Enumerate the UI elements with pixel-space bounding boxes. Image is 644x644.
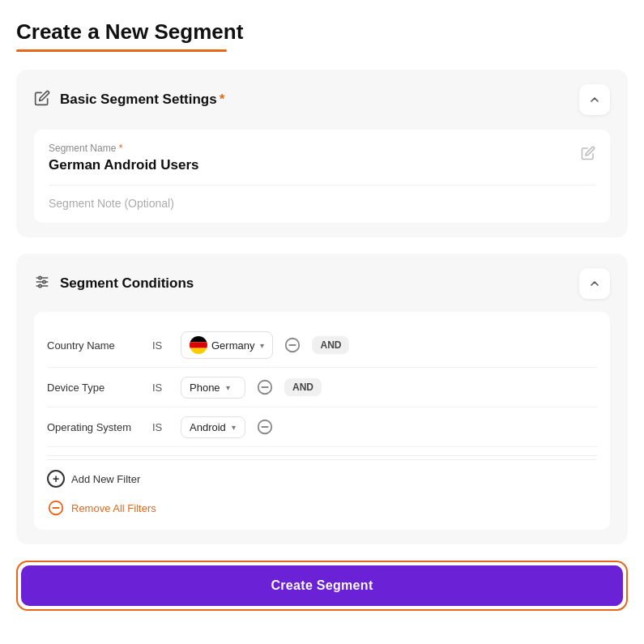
remove-filter-device-btn[interactable]: [254, 376, 276, 399]
germany-flag-icon: [190, 336, 207, 354]
filter-dropdown-country[interactable]: Germany ▾: [181, 331, 273, 359]
filter-label-os: Operating System: [47, 421, 144, 433]
conditions-header: Segment Conditions: [34, 268, 610, 299]
basic-settings-body: Segment Name * German Android Users Segm…: [34, 130, 610, 223]
and-badge-country[interactable]: AND: [312, 336, 349, 354]
conditions-card: Segment Conditions Country Name IS Germa…: [16, 254, 628, 544]
filter-dropdown-os[interactable]: Android ▾: [181, 416, 245, 438]
country-dropdown-arrow: ▾: [260, 341, 264, 350]
svg-rect-9: [190, 348, 207, 354]
remove-all-row[interactable]: Remove All Filters: [47, 493, 597, 518]
device-dropdown-arrow: ▾: [226, 383, 230, 392]
segment-name-edit-icon[interactable]: [581, 146, 595, 164]
settings-divider: [49, 185, 595, 186]
title-underline: [16, 49, 227, 52]
conditions-sliders-icon: [34, 274, 50, 294]
basic-settings-title: Basic Segment Settings*: [60, 92, 224, 108]
segment-note-field[interactable]: Segment Note (Optional): [49, 197, 595, 210]
filter-label-device: Device Type: [47, 382, 144, 394]
page-title: Create a New Segment: [16, 19, 628, 45]
os-dropdown-arrow: ▾: [232, 423, 236, 432]
segment-name-value: German Android Users: [49, 157, 198, 173]
filter-op-country: IS: [152, 339, 173, 352]
create-segment-button[interactable]: Create Segment: [21, 565, 623, 606]
add-filter-row[interactable]: + Add New Filter: [47, 459, 597, 493]
conditions-header-left: Segment Conditions: [34, 274, 194, 294]
svg-point-4: [43, 280, 45, 283]
and-badge-device[interactable]: AND: [284, 378, 322, 396]
filter-row-country: Country Name IS Germany ▾ AND: [47, 323, 597, 368]
filter-dropdown-device[interactable]: Phone ▾: [181, 377, 245, 399]
basic-settings-card: Basic Segment Settings* Segment Name * G…: [16, 70, 628, 237]
remove-all-label: Remove All Filters: [71, 502, 156, 514]
filter-label-country: Country Name: [47, 339, 144, 352]
segment-name-row: Segment Name * German Android Users: [49, 143, 595, 173]
svg-point-5: [39, 284, 41, 287]
remove-all-icon: [47, 499, 65, 517]
device-dropdown-value: Phone: [190, 382, 220, 394]
svg-point-3: [39, 276, 41, 279]
filter-row-device: Device Type IS Phone ▾ AND: [47, 368, 597, 407]
filter-op-os: IS: [152, 421, 173, 433]
add-filter-icon: +: [47, 470, 65, 488]
create-btn-wrapper: Create Segment: [16, 561, 628, 611]
add-filter-label: Add New Filter: [71, 473, 140, 485]
basic-settings-header-left: Basic Segment Settings*: [34, 90, 224, 110]
segment-name-label: Segment Name *: [49, 143, 198, 154]
conditions-title: Segment Conditions: [60, 275, 194, 292]
os-dropdown-value: Android: [190, 421, 226, 433]
remove-filter-os-btn[interactable]: [254, 416, 276, 438]
remove-filter-country-btn[interactable]: [281, 334, 304, 356]
basic-settings-collapse-btn[interactable]: [579, 84, 610, 115]
filter-row-os: Operating System IS Android ▾: [47, 407, 597, 447]
edit-pencil-icon: [34, 90, 50, 110]
basic-settings-header: Basic Segment Settings*: [34, 84, 610, 115]
conditions-collapse-btn[interactable]: [579, 268, 610, 299]
conditions-body: Country Name IS Germany ▾ AND: [34, 312, 610, 530]
svg-rect-7: [190, 336, 207, 342]
filter-op-device: IS: [152, 382, 173, 394]
svg-rect-8: [190, 342, 207, 348]
segment-name-field: Segment Name * German Android Users: [49, 143, 198, 173]
country-dropdown-value: Germany: [211, 339, 254, 352]
